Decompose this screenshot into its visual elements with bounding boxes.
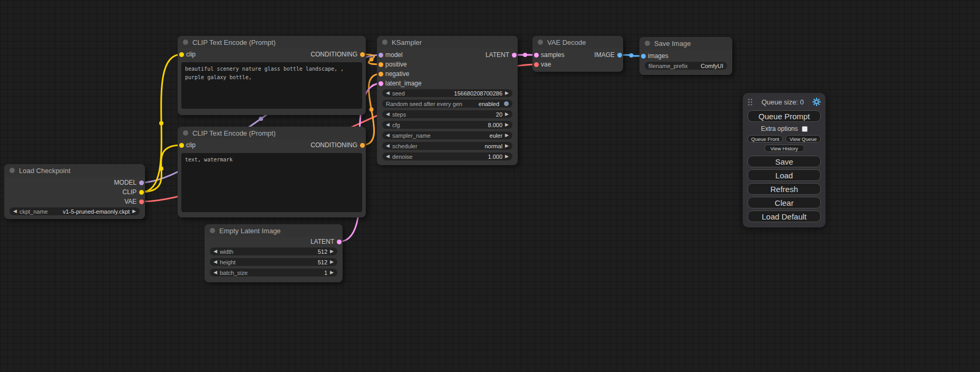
stepper-right-icon[interactable]: ▶: [505, 112, 509, 117]
collapse-toggle-icon[interactable]: [183, 130, 188, 136]
widget-height[interactable]: ◀ height 512 ▶: [210, 258, 337, 266]
load-default-button[interactable]: Load Default: [748, 211, 821, 222]
node-title: CLIP Text Encode (Prompt): [192, 39, 276, 46]
collapse-toggle-icon[interactable]: [382, 40, 387, 45]
node-save-image[interactable]: Save Image images filename_prefix ComfyU…: [639, 37, 732, 75]
node-clip-text-encode-positive[interactable]: CLIP Text Encode (Prompt) clip CONDITION…: [178, 36, 366, 115]
stepper-left-icon[interactable]: ◀: [386, 133, 390, 138]
node-load-checkpoint[interactable]: Load Checkpoint MODEL CLIP VAE ◀ ckpt_na…: [4, 164, 145, 219]
slot-label: IMAGE: [594, 51, 615, 59]
drag-handle-icon[interactable]: [748, 98, 753, 106]
clear-button[interactable]: Clear: [748, 197, 821, 208]
settings-gear-icon[interactable]: [812, 98, 821, 106]
port-positive-input[interactable]: [379, 62, 383, 67]
port-clip-input[interactable]: [179, 143, 184, 148]
widget-steps[interactable]: ◀ steps 20 ▶: [382, 110, 512, 118]
stepper-left-icon[interactable]: ◀: [386, 154, 390, 159]
node-empty-latent-image[interactable]: Empty Latent Image LATENT ◀ width 512 ▶ …: [205, 224, 343, 282]
save-button[interactable]: Save: [748, 156, 821, 167]
link-dot: [370, 58, 374, 62]
node-save-image-titlebar[interactable]: Save Image: [639, 37, 732, 50]
widget-label: sampler_name: [392, 132, 431, 139]
widget-value: enabled: [479, 101, 499, 107]
node-ksampler-titlebar[interactable]: KSampler: [377, 36, 518, 49]
port-clip-input[interactable]: [179, 52, 184, 57]
node-load-checkpoint-titlebar[interactable]: Load Checkpoint: [4, 164, 145, 177]
node-clip-text-encode-negative[interactable]: CLIP Text Encode (Prompt) clip CONDITION…: [178, 127, 366, 217]
port-conditioning-output[interactable]: [360, 143, 365, 148]
stepper-left-icon[interactable]: ◀: [386, 122, 390, 127]
stepper-right-icon[interactable]: ▶: [132, 209, 136, 214]
load-button[interactable]: Load: [748, 169, 821, 181]
port-conditioning-output[interactable]: [360, 52, 365, 57]
view-queue-button[interactable]: View Queue: [785, 135, 821, 142]
widget-batch-size[interactable]: ◀ batch_size 1 ▶: [210, 269, 337, 276]
port-vae-input[interactable]: [534, 62, 539, 67]
positive-prompt-textarea[interactable]: beautiful scenery nature glass bottle la…: [181, 62, 362, 109]
toggle-dot-icon[interactable]: [504, 101, 509, 106]
stepper-left-icon[interactable]: ◀: [386, 91, 390, 96]
node-graph-canvas[interactable]: Load Checkpoint MODEL CLIP VAE ◀ ckpt_na…: [0, 0, 980, 372]
slot-images-input: images: [639, 51, 732, 61]
widget-denoise[interactable]: ◀ denoise 1.000 ▶: [382, 152, 512, 160]
link-dot: [159, 121, 163, 126]
refresh-button[interactable]: Refresh: [748, 183, 821, 195]
stepper-right-icon[interactable]: ▶: [505, 122, 509, 127]
port-model-input[interactable]: [379, 53, 383, 58]
widget-scheduler[interactable]: ◀ scheduler normal ▶: [382, 142, 512, 150]
node-vae-decode-titlebar[interactable]: VAE Decode: [532, 36, 623, 49]
widget-seed[interactable]: ◀ seed 156680208700286 ▶: [382, 89, 512, 97]
queue-prompt-button[interactable]: Queue Prompt: [748, 110, 821, 122]
port-latent-output[interactable]: [337, 240, 342, 244]
widget-sampler-name[interactable]: ◀ sampler_name euler ▶: [382, 131, 512, 139]
stepper-left-icon[interactable]: ◀: [386, 144, 390, 148]
port-latent-output[interactable]: [512, 53, 517, 58]
port-samples-input[interactable]: [534, 53, 539, 58]
node-clip-text-encode-positive-titlebar[interactable]: CLIP Text Encode (Prompt): [178, 36, 366, 49]
extra-options-checkbox[interactable]: [802, 126, 808, 132]
node-empty-latent-image-titlebar[interactable]: Empty Latent Image: [205, 224, 343, 237]
stepper-right-icon[interactable]: ▶: [505, 133, 509, 138]
link-dot: [259, 117, 263, 121]
widget-value: normal: [484, 143, 502, 149]
port-image-output[interactable]: [617, 53, 622, 58]
view-history-button[interactable]: View History: [764, 145, 804, 152]
queue-panel: Queue size: 0 Queue Prompt Extra options: [743, 93, 826, 227]
stepper-left-icon[interactable]: ◀: [214, 260, 217, 264]
widget-width[interactable]: ◀ width 512 ▶: [210, 247, 337, 255]
widget-filename-prefix[interactable]: filename_prefix ComfyUI: [645, 62, 727, 70]
port-negative-input[interactable]: [379, 72, 383, 77]
node-ksampler[interactable]: KSampler model LATENT positive negative …: [377, 36, 518, 165]
stepper-left-icon[interactable]: ◀: [13, 209, 17, 214]
widget-cfg[interactable]: ◀ cfg 8.000 ▶: [382, 121, 512, 129]
slot-negative-input: negative: [377, 69, 518, 79]
stepper-left-icon[interactable]: ◀: [386, 112, 390, 117]
stepper-right-icon[interactable]: ▶: [330, 270, 334, 275]
collapse-toggle-icon[interactable]: [183, 40, 188, 45]
port-model-output[interactable]: [139, 180, 144, 185]
collapse-toggle-icon[interactable]: [645, 41, 650, 46]
slot-label: images: [648, 52, 668, 60]
collapse-toggle-icon[interactable]: [538, 40, 543, 45]
stepper-left-icon[interactable]: ◀: [214, 270, 217, 275]
widget-ckpt-name[interactable]: ◀ ckpt_name v1-5-pruned-emaonly.ckpt ▶: [9, 207, 140, 215]
stepper-right-icon[interactable]: ▶: [505, 91, 509, 96]
port-latent-image-input[interactable]: [379, 81, 383, 86]
port-clip-output[interactable]: [139, 190, 144, 195]
port-images-input[interactable]: [641, 54, 646, 59]
node-vae-decode[interactable]: VAE Decode samples IMAGE vae: [532, 36, 623, 72]
queue-front-button[interactable]: Queue Front: [748, 135, 783, 142]
stepper-left-icon[interactable]: ◀: [214, 249, 217, 254]
widget-random-seed-toggle[interactable]: Random seed after every gen enabled: [382, 100, 512, 108]
stepper-right-icon[interactable]: ▶: [330, 260, 334, 264]
node-clip-text-encode-negative-titlebar[interactable]: CLIP Text Encode (Prompt): [178, 127, 366, 139]
slot-row: model LATENT: [377, 50, 518, 60]
stepper-right-icon[interactable]: ▶: [505, 144, 509, 148]
stepper-right-icon[interactable]: ▶: [505, 154, 509, 159]
stepper-right-icon[interactable]: ▶: [330, 249, 334, 254]
port-vae-output[interactable]: [139, 199, 144, 204]
negative-prompt-textarea[interactable]: text, watermark: [181, 153, 362, 212]
collapse-toggle-icon[interactable]: [9, 168, 15, 173]
collapse-toggle-icon[interactable]: [210, 228, 215, 233]
widget-value: 1: [324, 270, 327, 276]
